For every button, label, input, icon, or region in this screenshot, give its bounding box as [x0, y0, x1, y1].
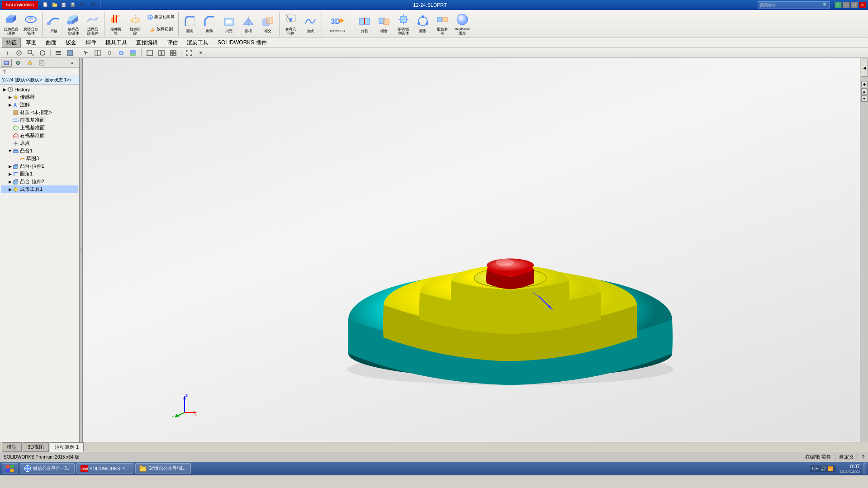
hole-wizard-button[interactable]: 异型孔向导 — [145, 11, 176, 23]
3d-scene[interactable] — [83, 58, 860, 442]
undo-button[interactable] — [79, 1, 87, 9]
dim-manager-icon[interactable] — [36, 59, 47, 67]
menu-mold[interactable]: 模具工具 — [101, 38, 131, 48]
tree-item-boss-extrude2[interactable]: ▶ 凸台-拉伸2 — [1, 178, 78, 185]
tree-item-fillet1[interactable]: ▶ 圆角1 — [1, 170, 78, 178]
customize-status[interactable]: 自定义 — [839, 454, 854, 460]
appearance-button[interactable] — [116, 47, 127, 58]
tree-item-annotation[interactable]: ▶ A 注解 — [1, 101, 78, 109]
view-options-button[interactable] — [53, 47, 64, 58]
menu-render[interactable]: 渲染工具 — [183, 38, 213, 48]
tree-item-boss1[interactable]: ▼ 凸台1 — [1, 147, 78, 155]
save-button[interactable] — [60, 1, 68, 9]
panel-resize-handle[interactable]: ‖ — [79, 58, 83, 442]
menu-features[interactable]: 特征 — [2, 38, 21, 48]
tree-item-top-plane[interactable]: ▶ 上视基准面 — [1, 124, 78, 132]
draft-button[interactable]: 拔模 — [239, 11, 258, 37]
loft-button[interactable]: 放样凸台/基体 — [64, 11, 83, 37]
chamfer-button[interactable]: 倒角 — [200, 11, 219, 37]
section-view-button[interactable] — [92, 47, 103, 58]
revolve-boss-button[interactable]: 旋转凸台/基体 — [21, 11, 40, 37]
loft-cut-button[interactable]: 放样切割 — [145, 24, 176, 35]
shell-button[interactable]: 抽壳 — [219, 11, 238, 37]
fillet-button[interactable]: 圆角 — [180, 11, 199, 37]
property-manager-icon[interactable] — [13, 59, 24, 67]
menu-sheetmetal[interactable]: 钣金 — [62, 38, 81, 48]
help-button[interactable]: ? — [835, 2, 842, 8]
expand-panel-button[interactable]: » — [67, 58, 78, 68]
menu-evaluate[interactable]: 评估 — [163, 38, 182, 48]
curves-button[interactable]: 曲线 — [301, 11, 320, 37]
menu-plugins[interactable]: SOLIDWORKS 插件 — [213, 38, 271, 48]
taskbar: 微信公众平台 - 3... SW SOLIDWORKS Pr... G:\微信公… — [0, 462, 868, 475]
redo-button[interactable] — [88, 1, 96, 9]
tab-model[interactable]: 模型 — [2, 442, 22, 452]
menu-sketch[interactable]: 草图 — [22, 38, 41, 48]
show-desktop-button[interactable] — [863, 463, 866, 474]
display-mode-button[interactable] — [65, 47, 76, 58]
circle-array-icon — [416, 14, 430, 28]
view-select-button[interactable] — [81, 47, 91, 58]
tree-item-front-plane[interactable]: ▶ 前视基准面 — [1, 116, 78, 124]
menu-direct-edit[interactable]: 直接编辑 — [132, 38, 162, 48]
menu-weldment[interactable]: 焊件 — [81, 38, 100, 48]
minimize-button[interactable]: − — [843, 2, 850, 8]
rotate-view-button[interactable] — [37, 47, 48, 58]
tree-item-right-plane[interactable]: ▶ 右视基准面 — [1, 132, 78, 139]
view-layout-2[interactable] — [156, 47, 167, 58]
tree-item-sketch3[interactable]: ▶ 草图3 — [1, 155, 78, 162]
tree-item-sensor[interactable]: ▶ 传感器 — [1, 93, 78, 101]
tree-item-history[interactable]: ▶ History — [1, 85, 78, 93]
search-input[interactable]: 搜索命令 — [760, 2, 823, 8]
view-layout-3[interactable] — [168, 47, 179, 58]
circle-array-button[interactable]: 圆形 — [413, 11, 432, 37]
rp-btn-2[interactable]: ◆ — [861, 81, 868, 87]
rp-btn-4[interactable]: ▼ — [861, 95, 868, 102]
tab-motion-study[interactable]: 运动算例 1 — [50, 442, 84, 452]
start-button[interactable] — [2, 463, 18, 474]
ref-geometry-button[interactable]: 参考几何体 — [281, 11, 300, 37]
rp-btn-3[interactable]: ▲ — [861, 88, 868, 95]
config-manager-icon[interactable] — [24, 59, 35, 67]
tree-item-material[interactable]: ▶ 材质 <未指定> — [1, 109, 78, 116]
tab-3d-view[interactable]: 3D视图 — [23, 442, 49, 452]
combine-button[interactable]: 组合 — [375, 11, 394, 37]
realview-button[interactable]: RealView图形 — [452, 11, 472, 37]
feature-tree[interactable]: ▶ History ▶ 传感器 ▶ A 注解 — [0, 85, 79, 442]
tree-item-origin[interactable]: ▶ 原点 — [1, 139, 78, 147]
taskbar-folder[interactable]: G:\微信公众号\成... — [135, 463, 190, 474]
zoom-area-button[interactable] — [25, 47, 36, 58]
extrude-boss-button[interactable]: 拉伸凸台/基体 — [2, 11, 21, 37]
extrude-cut-button[interactable]: 拉伸切除 — [106, 11, 125, 37]
maximize-button[interactable]: □ — [851, 2, 858, 8]
close-view-button[interactable]: ✕ — [195, 47, 206, 58]
hide-show-button[interactable] — [104, 47, 115, 58]
open-button[interactable] — [51, 1, 59, 9]
scene-button[interactable] — [128, 47, 138, 58]
view-up-button[interactable]: ↑ — [2, 47, 13, 58]
revolve-cut-button[interactable]: 旋转切除 — [126, 11, 145, 37]
rp-btn-1[interactable]: ◀ — [861, 59, 868, 77]
sweep-button[interactable]: 扫描 — [44, 11, 63, 37]
instant3d-button[interactable]: 3D Instant3D — [324, 11, 351, 37]
zoom-to-fit-button[interactable] — [14, 47, 24, 58]
new-button[interactable] — [42, 1, 50, 9]
move-copy-button[interactable]: 移动/复制实体 — [394, 11, 413, 37]
mate-ref-button[interactable]: 配合参考 — [433, 11, 452, 37]
feature-tree-icon[interactable] — [1, 59, 12, 67]
boundary-boss-button[interactable]: 边界凸台/基体 — [83, 11, 102, 37]
origin-icon — [13, 140, 19, 147]
taskbar-solidworks[interactable]: SW SOLIDWORKS Pr... — [76, 463, 133, 474]
tree-item-boss-extrude1[interactable]: ▶ 凸台-拉伸1 — [1, 162, 78, 170]
menu-surface[interactable]: 曲面 — [42, 38, 61, 48]
split-button[interactable]: 分割 — [355, 11, 374, 37]
taskbar-browser[interactable]: 微信公众平台 - 3... — [20, 463, 75, 474]
tree-item-forming-tool1[interactable]: ▶ 成形工具1 — [1, 185, 78, 193]
intersect-button[interactable]: 相交 — [258, 11, 277, 37]
view-layout-1[interactable] — [144, 47, 155, 58]
print-button[interactable] — [69, 1, 77, 9]
close-button[interactable]: ✕ — [859, 2, 866, 8]
volume-icon[interactable]: 🔊 — [821, 466, 826, 471]
fullscreen-button[interactable] — [184, 47, 194, 58]
3d-viewport[interactable]: Z X Y — [83, 58, 860, 442]
